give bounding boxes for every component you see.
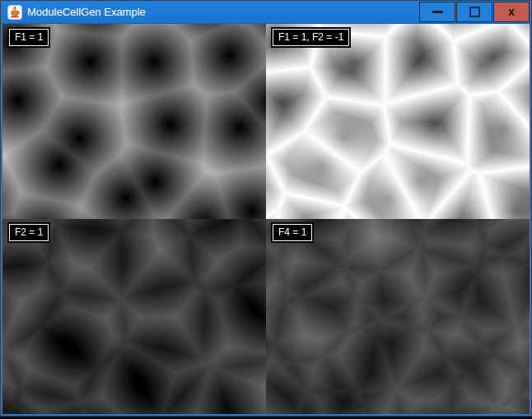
noise-canvas-f2	[2, 219, 266, 414]
java-coffee-cup-icon[interactable]	[7, 5, 22, 20]
panel-label-f2: F2 = 1	[9, 224, 49, 241]
maximize-button[interactable]	[456, 2, 492, 22]
window-title: ModuleCellGen Example	[27, 1, 146, 24]
panel-label-f1: F1 = 1	[9, 29, 49, 46]
noise-canvas-f1-f2	[266, 24, 530, 219]
panel-f2: F2 = 1	[2, 219, 266, 414]
titlebar[interactable]: ModuleCellGen Example x	[1, 1, 531, 24]
panel-f4: F4 = 1	[266, 219, 530, 414]
panel-label-f1-f2: F1 = 1, F2 = -1	[273, 29, 349, 46]
noise-canvas-f4	[266, 219, 530, 414]
close-icon: x	[508, 6, 515, 17]
panel-label-f4: F4 = 1	[273, 224, 312, 241]
minimize-icon	[432, 11, 443, 13]
app-window: ModuleCellGen Example x F1 = 1 F1 = 1, F…	[0, 0, 532, 417]
panel-f1-f2: F1 = 1, F2 = -1	[266, 24, 530, 219]
noise-canvas-f1	[2, 24, 266, 219]
minimize-button[interactable]	[419, 2, 455, 22]
caption-buttons: x	[418, 2, 530, 22]
render-area: F1 = 1 F1 = 1, F2 = -1 F2 = 1 F4 = 1	[2, 24, 530, 414]
close-button[interactable]: x	[493, 2, 530, 22]
maximize-icon	[469, 7, 480, 17]
panel-f1: F1 = 1	[2, 24, 266, 219]
